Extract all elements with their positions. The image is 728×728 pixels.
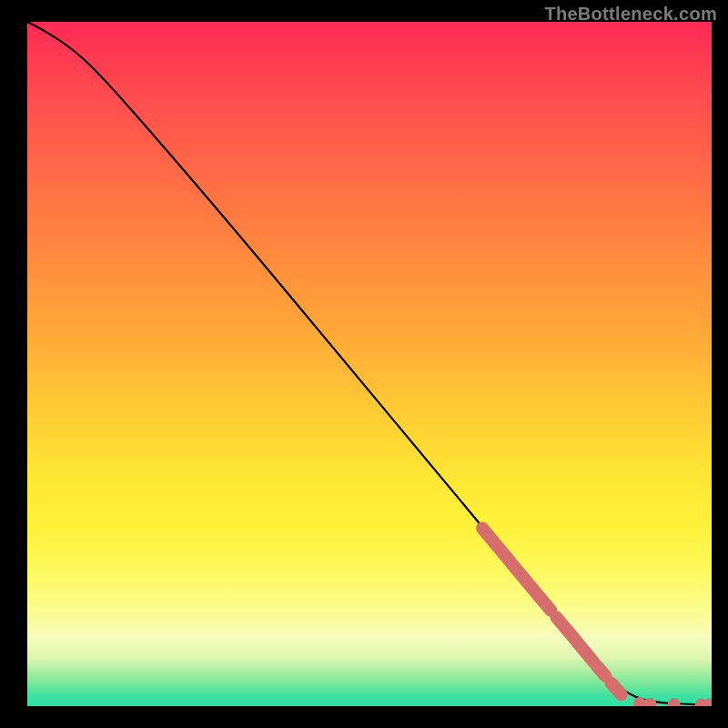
highlight-dot — [668, 698, 681, 706]
highlight-dots — [633, 697, 712, 706]
chart-stage: TheBottleneck.com — [0, 0, 728, 728]
highlight-pill — [577, 642, 594, 662]
chart-svg — [27, 22, 712, 706]
highlight-pill — [597, 666, 606, 676]
highlight-pill — [556, 617, 574, 639]
curve-line — [27, 22, 712, 704]
highlight-pill — [611, 682, 621, 694]
plot-area — [27, 22, 712, 706]
highlight-pill — [511, 564, 551, 611]
highlight-segments — [482, 528, 622, 694]
highlight-pill — [482, 528, 510, 561]
